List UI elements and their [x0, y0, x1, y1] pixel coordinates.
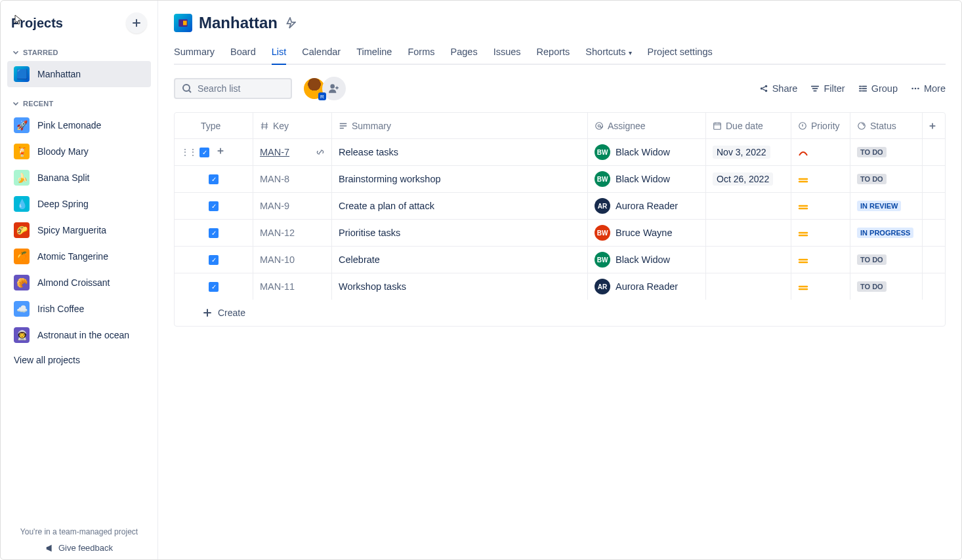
tab-board[interactable]: Board — [230, 41, 256, 64]
sidebar-item[interactable]: 🚀Pink Lemonade — [7, 112, 151, 138]
cell-priority[interactable] — [791, 220, 850, 246]
cell-priority[interactable] — [791, 273, 850, 300]
cell-due-date[interactable]: Nov 3, 2022 — [706, 139, 791, 165]
cell-status[interactable]: TO DO — [850, 139, 923, 165]
search-input[interactable]: Search list — [174, 78, 292, 99]
table-row[interactable]: ⋮⋮ MAN-8 Brainstorming workshop BW Black… — [175, 166, 945, 193]
col-assignee[interactable]: Assignee — [588, 113, 706, 138]
cell-assignee[interactable]: AR Aurora Reader — [588, 273, 706, 300]
cell-due-date[interactable]: Oct 26, 2022 — [706, 166, 791, 192]
cell-status[interactable]: TO DO — [850, 166, 923, 192]
tab-calendar[interactable]: Calendar — [302, 41, 341, 64]
cell-assignee[interactable]: BW Bruce Wayne — [588, 220, 706, 246]
cell-priority[interactable] — [791, 193, 850, 219]
cell-summary[interactable]: Release tasks — [332, 139, 588, 165]
col-status[interactable]: Status — [850, 113, 923, 138]
cell-summary[interactable]: Celebrate — [332, 247, 588, 273]
cell-priority[interactable] — [791, 166, 850, 192]
tab-shortcuts[interactable]: Shortcuts▾ — [585, 41, 631, 64]
more-button[interactable]: More — [911, 83, 946, 94]
drag-handle-icon[interactable]: ⋮⋮ — [181, 148, 197, 157]
cell-assignee[interactable]: BW Black Widow — [588, 247, 706, 273]
cell-priority[interactable] — [791, 247, 850, 273]
cell-type[interactable]: ⋮⋮ — [175, 247, 253, 273]
tab-list[interactable]: List — [272, 41, 287, 64]
col-key[interactable]: Key — [253, 113, 332, 138]
tab-timeline[interactable]: Timeline — [356, 41, 392, 64]
cell-type[interactable]: ⋮⋮ — [175, 193, 253, 219]
filter-button[interactable]: Filter — [810, 83, 845, 94]
cell-summary[interactable]: Prioritise tasks — [332, 220, 588, 246]
issue-key-link[interactable]: MAN-9 — [260, 201, 289, 211]
cell-key[interactable]: MAN-9 — [253, 193, 332, 219]
view-all-projects-link[interactable]: View all projects — [7, 348, 151, 372]
cell-type[interactable]: ⋮⋮ — [175, 139, 253, 165]
cell-type[interactable]: ⋮⋮ — [175, 166, 253, 192]
add-column-button[interactable] — [923, 113, 942, 138]
automation-icon[interactable] — [284, 17, 296, 29]
issue-key-link[interactable]: MAN-12 — [260, 228, 295, 238]
share-button[interactable]: Share — [759, 83, 798, 94]
cell-due-date[interactable] — [706, 247, 791, 273]
create-issue-button[interactable]: Create — [175, 300, 945, 326]
give-feedback-button[interactable]: Give feedback — [7, 543, 151, 553]
cell-due-date[interactable] — [706, 193, 791, 219]
cell-key[interactable]: MAN-11 — [253, 273, 332, 300]
cell-key[interactable]: MAN-12 — [253, 220, 332, 246]
cell-assignee[interactable]: AR Aurora Reader — [588, 193, 706, 219]
create-project-button[interactable] — [126, 12, 147, 33]
tab-issues[interactable]: Issues — [493, 41, 521, 64]
tab-reports[interactable]: Reports — [537, 41, 570, 64]
group-button[interactable]: Group — [858, 83, 898, 94]
col-due[interactable]: Due date — [706, 113, 791, 138]
col-summary[interactable]: Summary — [332, 113, 588, 138]
tab-project-settings[interactable]: Project settings — [648, 41, 713, 64]
cell-type[interactable]: ⋮⋮ — [175, 273, 253, 300]
issue-key-link[interactable]: MAN-11 — [260, 281, 295, 292]
cell-status[interactable]: IN PROGRESS — [850, 220, 923, 246]
cell-summary[interactable]: Workshop tasks — [332, 273, 588, 300]
tab-summary[interactable]: Summary — [174, 41, 215, 64]
sidebar-item[interactable]: 🍊Atomic Tangerine — [7, 243, 151, 270]
link-icon[interactable] — [316, 148, 325, 157]
table-row[interactable]: ⋮⋮ MAN-10 Celebrate BW Black Widow TO DO — [175, 247, 945, 273]
sidebar-item[interactable]: ☁️Irish Coffee — [7, 296, 151, 322]
sidebar-item[interactable]: 🍌Banana Split — [7, 165, 151, 191]
cell-summary[interactable]: Brainstorming workshop — [332, 166, 588, 192]
table-row[interactable]: ⋮⋮ MAN-11 Workshop tasks AR Aurora Reade… — [175, 273, 945, 300]
table-row[interactable]: ⋮⋮ MAN-12 Prioritise tasks BW Bruce Wayn… — [175, 220, 945, 247]
cell-status[interactable]: TO DO — [850, 273, 923, 300]
add-subtask-icon[interactable] — [216, 146, 228, 158]
col-priority[interactable]: Priority — [791, 113, 850, 138]
sidebar-section-starred[interactable]: STARRED — [7, 44, 151, 61]
sidebar-item[interactable]: 🌮Spicy Marguerita — [7, 217, 151, 243]
sidebar-item[interactable]: 🥐Almond Croissant — [7, 270, 151, 296]
sidebar-item[interactable]: 💧Deep Spring — [7, 191, 151, 217]
cell-priority[interactable] — [791, 139, 850, 165]
status-badge: TO DO — [857, 281, 887, 292]
cell-assignee[interactable]: BW Black Widow — [588, 139, 706, 165]
cell-status[interactable]: TO DO — [850, 247, 923, 273]
tab-forms[interactable]: Forms — [408, 41, 434, 64]
issue-key-link[interactable]: MAN-7 — [260, 147, 289, 157]
cell-key[interactable]: MAN-10 — [253, 247, 332, 273]
issue-key-link[interactable]: MAN-8 — [260, 174, 289, 184]
col-type[interactable]: Type — [175, 113, 253, 138]
cell-due-date[interactable] — [706, 220, 791, 246]
cell-assignee[interactable]: BW Black Widow — [588, 166, 706, 192]
cell-key[interactable]: MAN-8 — [253, 166, 332, 192]
cell-status[interactable]: IN REVIEW — [850, 193, 923, 219]
cell-summary[interactable]: Create a plan of attack — [332, 193, 588, 219]
cell-due-date[interactable] — [706, 273, 791, 300]
project-icon: 🍌 — [14, 170, 30, 186]
sidebar-item[interactable]: 🍹Bloody Mary — [7, 138, 151, 165]
tab-pages[interactable]: Pages — [451, 41, 478, 64]
issue-key-link[interactable]: MAN-10 — [260, 254, 295, 265]
sidebar-item-manhattan[interactable]: 🟦 Manhattan — [7, 61, 151, 87]
sidebar-section-recent[interactable]: RECENT — [7, 95, 151, 112]
cell-key[interactable]: MAN-7 — [253, 139, 332, 165]
sidebar-item[interactable]: 👨‍🚀Astronaut in the ocean — [7, 322, 151, 348]
table-row[interactable]: ⋮⋮ MAN-9 Create a plan of attack AR Auro… — [175, 193, 945, 220]
table-row[interactable]: ⋮⋮ MAN-7 Release tasks BW Black Widow No… — [175, 139, 945, 166]
cell-type[interactable]: ⋮⋮ — [175, 220, 253, 246]
